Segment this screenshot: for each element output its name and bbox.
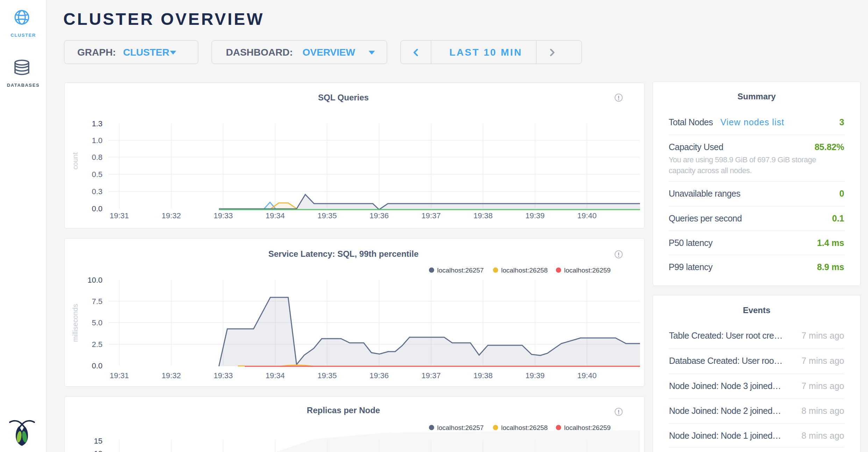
svg-text:!: ! bbox=[618, 95, 619, 101]
svg-text:19:38: 19:38 bbox=[474, 211, 493, 220]
svg-text:19:39: 19:39 bbox=[525, 211, 545, 220]
svg-text:2.5: 2.5 bbox=[92, 340, 102, 349]
svg-text:19:34: 19:34 bbox=[265, 371, 285, 380]
svg-text:1.3: 1.3 bbox=[92, 119, 102, 128]
svg-text:5.0: 5.0 bbox=[92, 318, 102, 327]
svg-text:15: 15 bbox=[94, 437, 102, 445]
svg-text:milliseconds: milliseconds bbox=[71, 304, 79, 342]
svg-text:19:33: 19:33 bbox=[214, 211, 233, 220]
svg-text:19:33: 19:33 bbox=[214, 371, 233, 380]
svg-text:19:35: 19:35 bbox=[318, 211, 337, 220]
svg-text:19:40: 19:40 bbox=[577, 371, 597, 380]
svg-text:localhost:26257: localhost:26257 bbox=[437, 267, 484, 274]
svg-text:!: ! bbox=[618, 252, 619, 258]
svg-text:0.0: 0.0 bbox=[92, 204, 102, 213]
svg-text:10: 10 bbox=[94, 449, 102, 452]
svg-text:localhost:26259: localhost:26259 bbox=[564, 267, 611, 274]
svg-text:19:32: 19:32 bbox=[162, 371, 181, 380]
svg-text:19:36: 19:36 bbox=[369, 371, 389, 380]
svg-text:0.8: 0.8 bbox=[92, 153, 102, 162]
svg-text:0.0: 0.0 bbox=[92, 361, 102, 370]
svg-text:19:37: 19:37 bbox=[421, 371, 441, 380]
svg-text:7.5: 7.5 bbox=[92, 297, 102, 306]
svg-text:0.5: 0.5 bbox=[92, 170, 102, 179]
svg-text:19:40: 19:40 bbox=[577, 211, 597, 220]
svg-text:1.0: 1.0 bbox=[92, 136, 102, 145]
svg-text:localhost:26257: localhost:26257 bbox=[437, 424, 484, 431]
svg-text:19:39: 19:39 bbox=[525, 371, 545, 380]
svg-text:19:37: 19:37 bbox=[421, 211, 441, 220]
svg-text:10.0: 10.0 bbox=[87, 276, 102, 284]
svg-text:!: ! bbox=[618, 409, 619, 415]
svg-text:count: count bbox=[71, 152, 79, 169]
svg-text:SQL Queries: SQL Queries bbox=[318, 93, 369, 102]
svg-text:0.3: 0.3 bbox=[92, 187, 102, 196]
svg-text:19:38: 19:38 bbox=[474, 371, 493, 380]
svg-text:19:35: 19:35 bbox=[318, 371, 337, 380]
svg-text:localhost:26259: localhost:26259 bbox=[564, 424, 611, 431]
svg-text:Replicas per Node: Replicas per Node bbox=[307, 405, 380, 415]
svg-text:19:36: 19:36 bbox=[369, 211, 389, 220]
svg-text:Service Latency: SQL, 99th per: Service Latency: SQL, 99th percentile bbox=[268, 249, 419, 259]
svg-text:19:31: 19:31 bbox=[109, 371, 129, 380]
svg-text:localhost:26258: localhost:26258 bbox=[501, 424, 548, 431]
svg-text:19:32: 19:32 bbox=[162, 211, 181, 220]
svg-text:localhost:26258: localhost:26258 bbox=[501, 267, 548, 274]
svg-text:19:31: 19:31 bbox=[109, 211, 129, 220]
svg-text:19:34: 19:34 bbox=[265, 211, 285, 220]
